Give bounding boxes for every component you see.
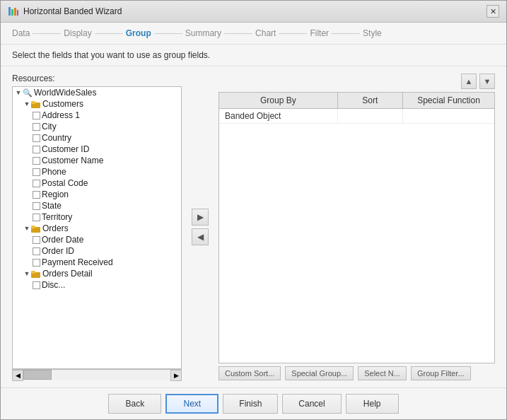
checkbox-orderdate[interactable] [33,236,40,244]
title-bar: Horizontal Banded Wizard ✕ [1,1,506,23]
expand-customers-icon: ▼ [23,100,31,108]
tree-field-city[interactable]: City [13,121,181,132]
svg-rect-5 [31,101,35,104]
title-text: Horizontal Banded Wizard [23,6,482,16]
close-button[interactable]: ✕ [486,5,499,18]
back-button[interactable]: Back [108,394,161,414]
tree-field-postalcode[interactable]: Postal Code [13,177,181,189]
checkbox-city[interactable] [33,123,40,131]
checkbox-paymentreceived[interactable] [33,259,40,267]
checkbox-customerid[interactable] [33,146,40,153]
svg-rect-1 [11,9,13,16]
tree-root[interactable]: ▼ 🔍 WorldWideSales [13,87,181,98]
tree-field-region[interactable]: Region [13,189,181,200]
td-special [403,109,494,123]
svg-rect-7 [31,226,35,228]
checkbox-orderid[interactable] [33,247,40,255]
orders-label: Orders [42,223,69,233]
root-label: WorldWideSales [34,88,96,98]
checkbox-phone[interactable] [33,168,40,176]
wizard-icon [8,6,19,17]
left-panel: Resources: ▼ 🔍 WorldWideSales ▼ Customer… [12,74,182,380]
help-button[interactable]: Help [346,394,399,414]
tree-field-customername[interactable]: Customer Name [13,155,181,166]
tree-field-phone[interactable]: Phone [13,166,181,177]
svg-rect-2 [14,8,16,16]
tree-field-orderdate[interactable]: Order Date [13,234,181,245]
tree-horizontal-scrollbar[interactable]: ◀ ▶ [12,369,182,380]
checkbox-country[interactable] [33,134,40,142]
folder-customers-icon [31,100,41,108]
finish-button[interactable]: Finish [223,394,278,414]
step-line-1 [33,33,61,34]
instruction-text: Select the fields that you want to use a… [1,45,506,66]
tree-field-territory[interactable]: Territory [13,211,181,223]
cancel-button[interactable]: Cancel [282,394,341,414]
th-special: Special Function [403,93,494,108]
tree-field-country[interactable]: Country [13,132,181,144]
expand-ordersdetail-icon: ▼ [23,269,31,278]
select-n-button[interactable]: Select N... [358,366,407,380]
svg-rect-0 [8,7,11,16]
resources-label: Resources: [12,74,182,83]
content-area: Resources: ▼ 🔍 WorldWideSales ▼ Customer… [1,66,506,387]
expand-orders-icon: ▼ [23,224,31,233]
th-sort: Sort [338,93,403,108]
step-style[interactable]: Style [363,28,382,38]
middle-buttons: ▶ ◀ [189,74,211,380]
svg-rect-9 [31,271,35,274]
move-up-button[interactable]: ▲ [461,74,477,89]
table-row[interactable]: Banded Object [219,109,494,124]
expand-root-icon: ▼ [14,88,23,97]
tree-group-ordersdetail[interactable]: ▼ Orders Detail [13,268,181,279]
checkbox-disc[interactable] [33,281,40,289]
tree-group-customers[interactable]: ▼ Customers [13,98,181,110]
tree-container[interactable]: ▼ 🔍 WorldWideSales ▼ Customers Address 1 [12,86,182,369]
td-groupby: Banded Object [219,109,338,123]
checkbox-territory[interactable] [33,214,40,221]
step-filter[interactable]: Filter [310,28,329,38]
scroll-track[interactable] [23,370,170,380]
tree-field-state[interactable]: State [13,200,181,211]
step-display[interactable]: Display [64,28,91,38]
step-summary[interactable]: Summary [185,28,221,38]
tree-field-orderid[interactable]: Order ID [13,245,181,257]
next-button[interactable]: Next [165,394,218,414]
tree-field-paymentreceived[interactable]: Payment Received [13,257,181,268]
scroll-thumb[interactable] [23,370,52,380]
step-data[interactable]: Data [12,28,30,38]
checkbox-region[interactable] [33,191,40,199]
group-filter-button[interactable]: Group Filter... [411,366,471,380]
up-down-buttons: ▲ ▼ [218,74,495,89]
add-field-button[interactable]: ▶ [192,209,209,226]
table-header: Group By Sort Special Function [219,93,494,109]
step-line-6 [332,33,360,34]
customers-label: Customers [42,99,83,109]
bottom-buttons-row: Custom Sort... Special Group... Select N… [218,363,495,380]
move-down-button[interactable]: ▼ [479,74,495,89]
custom-sort-button[interactable]: Custom Sort... [218,366,281,380]
wizard-steps: Data Display Group Summary Chart Filter … [1,23,506,45]
checkbox-customername[interactable] [33,157,40,165]
tree-field-customerid[interactable]: Customer ID [13,144,181,155]
scroll-right-btn[interactable]: ▶ [170,370,182,381]
checkbox-postalcode[interactable] [33,180,40,187]
scroll-left-btn[interactable]: ◀ [12,370,23,381]
step-chart[interactable]: Chart [255,28,276,38]
tree-field-address1[interactable]: Address 1 [13,110,181,121]
search-icon: 🔍 [23,88,33,98]
special-group-button[interactable]: Special Group... [285,366,354,380]
step-group[interactable]: Group [126,28,151,38]
checkbox-state[interactable] [33,202,40,210]
folder-ordersdetail-icon [31,269,41,278]
step-line-5 [279,33,307,34]
footer: Back Next Finish Cancel Help [1,387,506,419]
ordersdetail-label: Orders Detail [42,269,93,279]
step-line-2 [95,33,123,34]
remove-field-button[interactable]: ◀ [192,228,209,245]
tree-field-disc[interactable]: Disc... [13,279,181,291]
checkbox-address1[interactable] [33,112,40,119]
tree-group-orders[interactable]: ▼ Orders [13,223,181,234]
svg-rect-3 [17,10,18,16]
step-line-4 [224,33,252,34]
